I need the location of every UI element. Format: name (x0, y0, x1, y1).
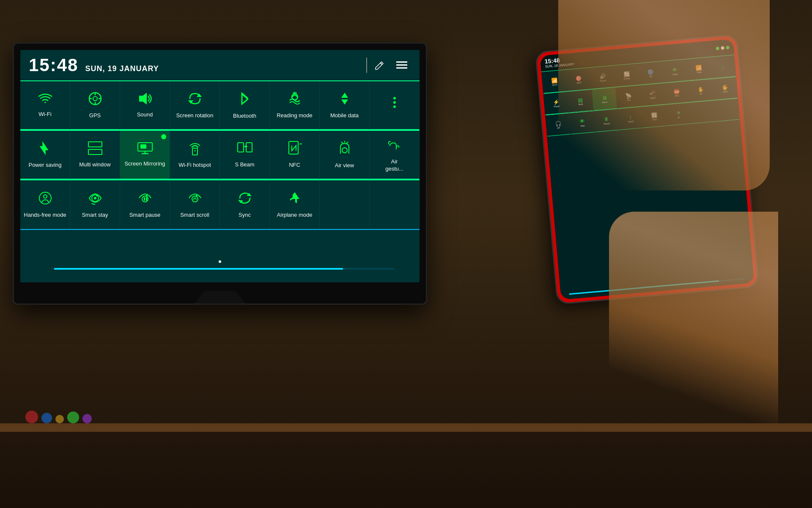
shelf-item (82, 414, 92, 423)
quick-settings-wrapper: Wi-Fi (20, 80, 420, 230)
qs-smart-pause[interactable]: Smart pause (120, 180, 170, 229)
qs-mobile-data-label: Mobile data (330, 112, 359, 119)
time-date: 15:48 SUN, 19 JANUARY (29, 55, 159, 75)
svg-point-33 (342, 148, 347, 153)
air-gesture-icon (387, 137, 402, 155)
extra-icon (387, 95, 402, 113)
tv-stand (195, 291, 245, 304)
qs-smart-stay-label: Smart stay (82, 212, 108, 219)
wifi-icon (37, 92, 53, 108)
qs-wifi[interactable]: Wi-Fi (20, 81, 70, 130)
menu-icon[interactable] (392, 56, 411, 75)
svg-rect-43 (144, 197, 145, 201)
qs-screen-rotation-label: Screen rotation (176, 112, 213, 119)
gps-icon (88, 91, 103, 109)
qs-smart-scroll-label: Smart scroll (180, 212, 209, 219)
qs-hands-free-label: Hands-free mode (24, 212, 66, 219)
qs-screen-mirroring[interactable]: Screen Mirroring (120, 131, 170, 179)
s-beam-icon (237, 141, 253, 158)
qs-s-beam[interactable]: S Beam (220, 131, 270, 179)
svg-rect-29 (246, 143, 252, 152)
svg-rect-31 (289, 141, 298, 154)
sound-icon (137, 92, 153, 108)
svg-rect-1 (396, 64, 407, 66)
svg-line-35 (346, 142, 348, 144)
svg-point-46 (192, 196, 198, 202)
shelf-item (55, 415, 64, 423)
qs-power-saving-label: Power saving (28, 162, 61, 169)
svg-marker-17 (341, 93, 348, 98)
qs-power-saving[interactable]: Power saving (20, 131, 70, 179)
svg-rect-2 (396, 67, 407, 69)
phone-qs-airview: ✋ Air (688, 79, 713, 102)
qs-mobile-data[interactable]: Mobile data (320, 81, 370, 130)
phone-qs-airplane: ✈ Air (666, 103, 691, 126)
qs-sound[interactable]: Sound (120, 81, 170, 130)
phone-status-dot-1 (716, 47, 719, 50)
qs-gps[interactable]: GPS (70, 81, 120, 130)
qs-bluetooth-label: Bluetooth (233, 113, 256, 120)
svg-marker-18 (341, 99, 348, 105)
qs-screen-rotation[interactable]: Screen rotation (170, 81, 220, 130)
shelf (0, 423, 812, 432)
qs-sound-label: Sound (137, 111, 153, 119)
quick-settings-row3: Hands-free mode (20, 179, 420, 229)
phone-qs-beam: 📲 Beam (640, 83, 665, 107)
svg-point-21 (393, 105, 396, 108)
qs-wifi-label: Wi-Fi (38, 111, 51, 118)
svg-point-40 (94, 197, 96, 199)
clock-date: SUN, 19 JANUARY (85, 64, 159, 73)
qs-sync[interactable]: Sync (220, 180, 270, 229)
qs-extra[interactable] (370, 81, 420, 130)
qs-air-view[interactable]: Air view (320, 131, 370, 179)
qs-nfc[interactable]: NFC (270, 131, 320, 179)
qs-air-gesture-label: Airgestu... (385, 158, 403, 173)
qs-hands-free[interactable]: Hands-free mode (20, 180, 70, 229)
shelf-item (67, 411, 79, 423)
clock-time: 15:48 (29, 55, 78, 75)
phone-status-dot-3 (726, 45, 730, 49)
phone-qs-airg: 🖐 Gest (712, 77, 738, 100)
qs-reading-mode[interactable]: Reading mode (270, 81, 320, 130)
svg-rect-25 (140, 144, 146, 149)
svg-point-38 (44, 195, 47, 198)
qs-airplane-mode[interactable]: Airplane mode (270, 180, 320, 229)
qs-bluetooth[interactable]: Bluetooth (220, 81, 270, 130)
phone-screen: 15:48 SUN, 19 JANUARY 📶 Wi-Fi (540, 39, 754, 300)
qs-screen-mirroring-label: Screen Mirroring (124, 160, 165, 168)
svg-point-41 (96, 195, 98, 196)
wifi-hotspot-icon (187, 141, 203, 158)
screen-content: 15:48 SUN, 19 JANUARY (20, 50, 420, 282)
mobile-data-icon (337, 91, 352, 109)
smart-scroll-icon (187, 190, 203, 208)
qs-smart-pause-label: Smart pause (129, 212, 161, 219)
qs-wifi-hotspot-label: Wi-Fi hotspot (178, 162, 211, 169)
edit-icon[interactable] (370, 56, 389, 75)
svg-rect-44 (146, 197, 147, 201)
qs-smart-stay[interactable]: Smart stay (70, 180, 120, 229)
nfc-icon (288, 141, 302, 158)
qs-empty-1 (320, 180, 370, 229)
svg-point-19 (393, 97, 396, 99)
phone-qs-e1 (690, 101, 715, 124)
phone-qs-more: ⋮ (710, 55, 735, 79)
svg-rect-28 (238, 143, 244, 152)
qs-multi-window[interactable]: Multi window (70, 131, 120, 179)
airplane-icon (287, 190, 303, 208)
qs-air-view-label: Air view (335, 162, 354, 169)
qs-smart-scroll[interactable]: Smart scroll (170, 180, 220, 229)
progress-bar-fill (54, 268, 343, 270)
header-divider (366, 58, 367, 73)
svg-point-20 (393, 101, 396, 104)
phone-qs-hotspot: 📡 Hot (616, 86, 641, 109)
qs-air-gesture[interactable]: Airgestu... (370, 131, 420, 179)
phone-qs-nfc: 📛 NFC (664, 81, 689, 105)
header-bar: 15:48 SUN, 19 JANUARY (20, 50, 420, 80)
qs-wifi-hotspot[interactable]: Wi-Fi hotspot (170, 131, 220, 179)
dot-indicator (219, 260, 221, 263)
svg-marker-9 (140, 94, 146, 104)
power-saving-icon (38, 141, 53, 158)
phone-qs-gps: 🎯 GPS (566, 68, 591, 91)
qs-nfc-label: NFC (289, 162, 300, 169)
phone-qs-sound: 🔊 Sound (590, 66, 615, 89)
